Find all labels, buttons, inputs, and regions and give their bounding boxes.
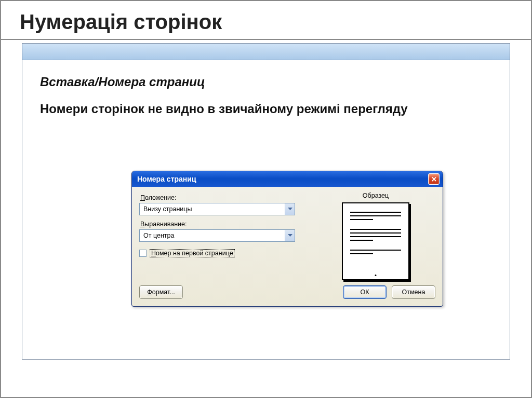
- slide-container: Нумерація сторінок Вставка/Номера страни…: [0, 0, 532, 398]
- ok-button[interactable]: ОК: [343, 285, 387, 299]
- content-body: Вставка/Номера страниц Номери сторінок н…: [22, 60, 510, 122]
- content-subtitle: Вставка/Номера страниц: [40, 75, 492, 89]
- dialog-button-row: Формат... ОК Отмена: [132, 285, 443, 306]
- first-page-checkbox[interactable]: [139, 250, 147, 257]
- chevron-down-icon[interactable]: [285, 203, 295, 215]
- position-value: Внизу страницы: [140, 205, 285, 213]
- close-button[interactable]: ✕: [428, 173, 440, 185]
- dialog-body: Положение: Внизу страницы Выравнивание: …: [132, 187, 443, 282]
- dialog-right-column: Образец: [316, 192, 435, 280]
- page-number-indicator: [375, 275, 377, 276]
- alignment-combobox[interactable]: От центра: [139, 229, 295, 242]
- page-numbers-dialog: Номера страниц ✕ Положение: Внизу страни…: [131, 171, 443, 307]
- right-button-group: ОК Отмена: [343, 285, 435, 299]
- position-combobox[interactable]: Внизу страницы: [139, 203, 295, 215]
- slide-title: Нумерація сторінок: [1, 1, 531, 39]
- sample-label: Образец: [363, 192, 389, 199]
- alignment-label: Выравнивание:: [140, 221, 300, 228]
- dialog-titlebar[interactable]: Номера страниц ✕: [132, 171, 443, 187]
- left-button-group: Формат...: [139, 285, 183, 299]
- content-paragraph: Номери сторінок не видно в звичайному ре…: [40, 101, 435, 117]
- close-icon: ✕: [431, 176, 437, 183]
- first-page-checkbox-row[interactable]: Номер на первой странице: [139, 249, 300, 257]
- divider: [1, 39, 531, 40]
- position-label: Положение:: [140, 194, 300, 201]
- chevron-down-icon[interactable]: [285, 230, 295, 241]
- format-button[interactable]: Формат...: [139, 285, 183, 299]
- dialog-left-column: Положение: Внизу страницы Выравнивание: …: [139, 192, 300, 280]
- dialog-title: Номера страниц: [137, 175, 196, 183]
- first-page-checkbox-label: Номер на первой странице: [150, 249, 235, 257]
- sample-preview: [342, 202, 409, 280]
- cancel-button[interactable]: Отмена: [392, 285, 435, 299]
- content-frame: Вставка/Номера страниц Номери сторінок н…: [22, 43, 510, 360]
- content-titlebar: [22, 44, 510, 60]
- alignment-value: От центра: [140, 232, 285, 239]
